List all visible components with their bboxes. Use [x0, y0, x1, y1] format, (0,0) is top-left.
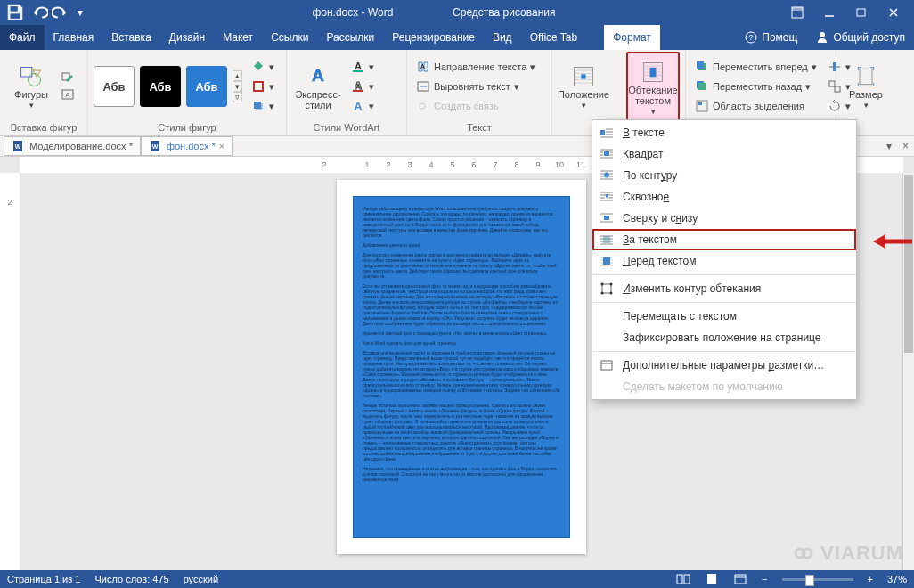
shape-effects-button[interactable]: ▾ — [248, 97, 278, 115]
quick-access-toolbar: ▾ — [5, 3, 86, 22]
wrap-tight[interactable]: По контуру — [592, 165, 856, 186]
fix-position[interactable]: Зафиксировать положение на странице — [592, 327, 856, 348]
send-backward-button[interactable]: Переместить назад ▾ — [691, 78, 820, 95]
svg-rect-101 — [601, 361, 612, 370]
svg-rect-105 — [684, 575, 690, 584]
svg-text:A: A — [355, 80, 362, 91]
close-icon[interactable] — [878, 0, 909, 25]
tabs-dropdown-icon[interactable]: ▾ — [881, 140, 897, 152]
size-button[interactable]: Размер▾ — [842, 52, 890, 121]
tabs-close-icon[interactable]: × — [897, 140, 914, 152]
gallery-up-icon[interactable]: ▴ — [233, 70, 242, 81]
text-effects-button[interactable]: A▾ — [347, 97, 378, 115]
view-web-icon[interactable] — [733, 572, 747, 586]
svg-rect-48 — [698, 102, 702, 105]
qat-customize-icon[interactable]: ▾ — [75, 3, 86, 22]
tab-file[interactable]: Файл — [0, 25, 45, 50]
group-label-wordart: Стили WordArt — [292, 121, 401, 135]
edit-shape-icon[interactable] — [61, 71, 75, 86]
ribbon-tabs: Файл Главная Вставка Дизайн Макет Ссылки… — [0, 25, 914, 50]
tab-mailings[interactable]: Рассылки — [317, 25, 383, 50]
svg-point-98 — [610, 283, 613, 286]
svg-rect-3 — [792, 7, 803, 11]
infinity-icon — [790, 543, 817, 564]
wrap-in-front[interactable]: Перед текстом — [592, 250, 856, 272]
status-language[interactable]: русский — [184, 574, 218, 584]
tab-design[interactable]: Дизайн — [160, 25, 214, 50]
view-print-icon[interactable] — [705, 572, 719, 586]
ribbon-display-icon[interactable] — [782, 0, 812, 25]
tab-insert[interactable]: Вставка — [102, 25, 160, 50]
tab-layout[interactable]: Макет — [214, 25, 262, 50]
doc-tab-2[interactable]: W фон.docx * × — [141, 136, 233, 156]
text-outline-button[interactable]: A▾ — [347, 78, 378, 95]
shape-outline-button[interactable]: ▾ — [248, 78, 278, 95]
svg-rect-32 — [581, 74, 585, 78]
selection-pane-button[interactable]: Область выделения — [691, 97, 820, 115]
tab-references[interactable]: Ссылки — [262, 25, 317, 50]
close-tab-icon[interactable]: × — [219, 141, 224, 151]
svg-rect-21 — [353, 90, 363, 92]
blue-shape[interactable]: Иногда работающему в редакторе Word поль… — [353, 196, 570, 538]
svg-text:A: A — [354, 100, 363, 113]
text-box-icon[interactable]: A — [61, 87, 75, 102]
doc-tab-1[interactable]: W Моделирование.docx * — [4, 136, 141, 156]
zoom-in-icon[interactable]: + — [868, 574, 873, 584]
svg-text:A: A — [65, 91, 70, 99]
svg-rect-16 — [256, 103, 263, 110]
wrap-square[interactable]: Квадрат — [592, 143, 856, 165]
zoom-level[interactable]: 37% — [887, 574, 907, 584]
zoom-out-icon[interactable]: − — [762, 574, 767, 584]
svg-rect-86 — [603, 236, 610, 243]
view-read-icon[interactable] — [676, 572, 690, 586]
move-with-text[interactable]: Перемещать с текстом — [592, 306, 856, 327]
svg-rect-96 — [602, 284, 611, 293]
gallery-more-icon[interactable]: ▿ — [233, 92, 242, 102]
share-button[interactable]: Общий доступ — [806, 25, 914, 50]
save-icon[interactable] — [5, 3, 25, 22]
svg-point-76 — [604, 173, 609, 178]
align-text-button[interactable]: Выровнять текст ▾ — [412, 78, 539, 95]
tell-me[interactable]: ?Помощ — [735, 25, 806, 50]
word-doc-icon: W — [149, 139, 163, 153]
page[interactable]: Иногда работающему в редакторе Word поль… — [337, 180, 586, 554]
maximize-icon[interactable] — [846, 0, 877, 25]
group-label-insert-shapes: Вставка фигур — [5, 121, 82, 135]
wrap-inline[interactable]: В тексте — [592, 122, 856, 143]
shape-fill-button[interactable]: ▾ — [248, 58, 278, 76]
vertical-ruler[interactable]: 2 — [0, 173, 20, 570]
word-doc-icon: W — [12, 139, 26, 153]
group-label-text: Текст — [412, 121, 546, 135]
wrap-behind-text[interactable]: За текстом — [592, 229, 856, 250]
status-page[interactable]: Страница 1 из 1 — [7, 574, 80, 584]
redo-icon[interactable] — [52, 3, 71, 22]
tab-review[interactable]: Рецензирование — [383, 25, 484, 50]
zoom-slider[interactable] — [782, 578, 853, 581]
tab-view[interactable]: Вид — [484, 25, 521, 50]
tab-format[interactable]: Формат — [604, 25, 660, 50]
status-words[interactable]: Число слов: 475 — [94, 574, 168, 584]
position-button[interactable]: Положение▾ — [558, 52, 609, 121]
shape-style-1[interactable]: Абв — [94, 66, 135, 107]
shapes-button[interactable]: Фигуры▾ — [5, 52, 57, 121]
wordart-styles-button[interactable]: A Экспресс-стили — [292, 52, 344, 121]
edit-wrap-points[interactable]: Изменить контур обтекания — [592, 278, 856, 299]
wrap-text-button[interactable]: Обтекание текстом▾ — [626, 52, 680, 123]
svg-rect-42 — [650, 68, 657, 78]
tab-office-tab[interactable]: Office Tab — [521, 25, 587, 50]
svg-rect-5 — [857, 9, 865, 16]
tab-home[interactable]: Главная — [45, 25, 103, 50]
more-layout-options[interactable]: Дополнительные параметры разметки… — [592, 355, 856, 376]
text-fill-button[interactable]: A▾ — [347, 58, 378, 76]
gallery-down-icon[interactable]: ▾ — [233, 81, 242, 92]
text-direction-button[interactable]: АНаправление текста ▾ — [412, 58, 539, 76]
minimize-icon[interactable] — [814, 0, 845, 25]
wrap-top-bottom[interactable]: Сверху и снизу — [592, 208, 856, 229]
svg-rect-53 — [860, 69, 872, 85]
shape-style-3[interactable]: Абв — [186, 66, 227, 107]
undo-icon[interactable] — [29, 3, 48, 22]
bring-forward-button[interactable]: Переместить вперед ▾ — [691, 58, 820, 76]
wrap-through[interactable]: Сквозное — [592, 186, 856, 208]
shape-style-2[interactable]: Абв — [140, 66, 181, 107]
vertical-scrollbar[interactable] — [902, 173, 914, 570]
